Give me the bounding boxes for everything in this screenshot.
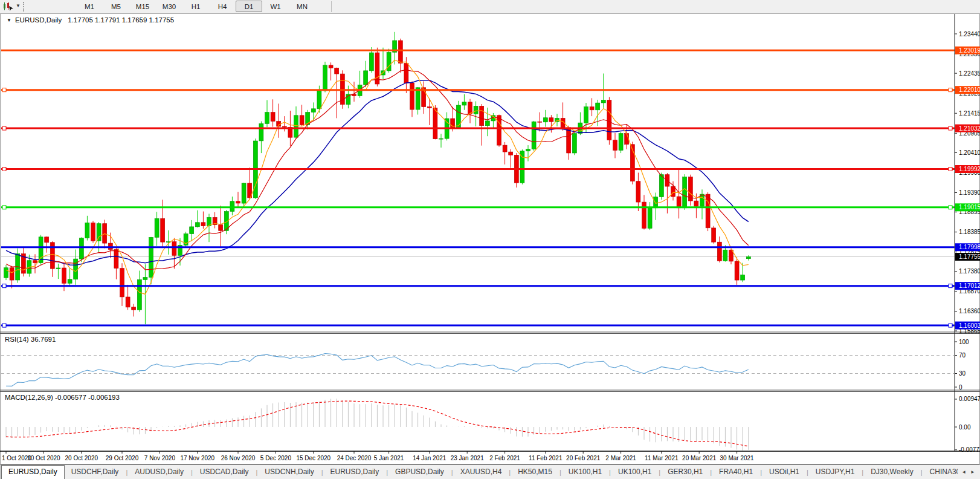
- pane-separators: [0, 332, 980, 451]
- chart-symbol-label: EURUSD,Daily: [15, 16, 62, 24]
- chart-tab-usdchf-daily[interactable]: USDCHF,Daily: [65, 465, 126, 479]
- chart-tab-usoil-h1[interactable]: USOil,H1: [762, 465, 806, 479]
- date-tick-label: 11 Feb 2021: [529, 455, 563, 461]
- price-tick-label: 1.19390: [959, 189, 980, 196]
- date-tick-label: 24 Dec 2020: [337, 455, 372, 461]
- price-tick-label: 1.21415: [959, 110, 980, 117]
- chart-tab-ger30-h1[interactable]: GER30,H1: [661, 465, 709, 479]
- chart-tab-fra40-h1[interactable]: FRA40,H1: [712, 465, 759, 479]
- price-tick-label: 1.22435: [959, 70, 980, 77]
- date-tick-label: 30 Mar 2021: [720, 455, 755, 461]
- price-tick-label: 1.23440: [959, 31, 980, 37]
- top-toolbar: ▼ M1M5M15M30H1H4D1W1MN: [0, 0, 980, 14]
- hline-handle[interactable]: [2, 324, 6, 327]
- macd-indicator-label: MACD(12,26,9) -0.006577 -0.006193: [5, 394, 120, 401]
- hline-handle[interactable]: [2, 168, 6, 171]
- level-price-badge: 1.19015: [959, 204, 980, 210]
- tabbar-grip[interactable]: [0, 465, 1, 479]
- price-tick-label: 1.17380: [959, 268, 980, 275]
- horizontal-level-lines: [1, 50, 955, 327]
- chart-type-dropdown-caret-icon[interactable]: ▼: [16, 3, 21, 8]
- macd-pane: 0.0094780.00-0.007778: [6, 396, 980, 453]
- price-tick-label: 1.16360: [959, 308, 980, 314]
- chart-symbol-title: ▼EURUSD,Daily1.17705 1.17791 1.17659 1.1…: [7, 16, 174, 24]
- level-price-badge: 1.16003: [959, 322, 980, 329]
- hline-handle[interactable]: [949, 324, 952, 327]
- timeframe-button-m1[interactable]: M1: [76, 1, 103, 12]
- date-tick-label: 20 Mar 2021: [682, 455, 717, 461]
- rsi-line: [6, 354, 749, 386]
- price-tick-label: 1.20410: [959, 149, 980, 156]
- price-axis-badges: 1.230191.220101.210321.199921.190151.179…: [955, 47, 980, 330]
- rsi-indicator-label: RSI(14) 36.7691: [5, 336, 56, 343]
- current-price-badge: 1.17755: [959, 253, 980, 260]
- rsi-tick-label: 70: [959, 352, 966, 359]
- timeframe-button-d1[interactable]: D1: [236, 1, 262, 12]
- chart-tab-bar: EURUSD,DailyUSDCHF,Daily|AUDUSD,Daily|US…: [0, 464, 980, 479]
- chart-tab-usdjpy-h1[interactable]: USDJPY,H1: [809, 465, 861, 479]
- hline-handle[interactable]: [2, 284, 6, 288]
- hline-handle[interactable]: [949, 168, 952, 171]
- chart-tab-usdcnh-daily[interactable]: USDCNH,Daily: [258, 465, 320, 479]
- rsi-tick-label: 100: [959, 339, 969, 345]
- rsi-tick-label: 0: [959, 384, 962, 391]
- date-axis[interactable]: 1 Oct 202010 Oct 202020 Oct 202029 Oct 2…: [2, 451, 754, 461]
- hline-handle[interactable]: [949, 284, 952, 288]
- chart-tab-eurusd-daily[interactable]: EURUSD,Daily: [1, 465, 65, 479]
- chart-tab-gbpusd-daily[interactable]: GBPUSD,Daily: [388, 465, 451, 479]
- toolbar-separator: [331, 1, 332, 12]
- level-price-badge: 1.19992: [959, 166, 980, 172]
- candlestick-series: [4, 32, 751, 325]
- timeframe-button-w1[interactable]: W1: [262, 1, 289, 12]
- price-tick-label: 1.18385: [959, 229, 980, 235]
- chart-tab-uk100-h1[interactable]: UK100,H1: [562, 465, 608, 479]
- hline-handle[interactable]: [949, 126, 952, 130]
- date-tick-label: 20 Feb 2021: [566, 455, 601, 461]
- chart-canvas[interactable]: 1.234401.229301.224351.219251.214151.209…: [0, 0, 980, 479]
- chart-tab-audusd-daily[interactable]: AUDUSD,Daily: [128, 465, 190, 479]
- hline-handle[interactable]: [949, 206, 952, 209]
- chart-tab-usdcad-daily[interactable]: USDCAD,Daily: [193, 465, 256, 479]
- hline-handle[interactable]: [2, 206, 6, 209]
- tab-scroll-right-icon[interactable]: ►: [970, 469, 975, 475]
- collapse-arrow-icon[interactable]: ▼: [7, 18, 11, 23]
- date-tick-label: 2 Mar 2021: [605, 455, 636, 461]
- hline-handle[interactable]: [2, 126, 6, 130]
- date-tick-label: 15 Dec 2020: [296, 455, 330, 461]
- level-price-badge: 1.17012: [959, 282, 980, 289]
- hline-handle[interactable]: [2, 88, 6, 92]
- timeframe-button-m30[interactable]: M30: [156, 1, 182, 12]
- ma-20-line: [6, 80, 749, 265]
- macd-tick-label: 0.00: [959, 424, 971, 431]
- date-tick-label: 5 Jan 2021: [374, 455, 404, 461]
- date-tick-label: 5 Dec 2020: [260, 455, 292, 461]
- date-tick-label: 26 Nov 2020: [221, 455, 256, 461]
- date-tick-label: 23 Jan 2021: [451, 455, 484, 461]
- chart-type-icon[interactable]: [2, 2, 15, 11]
- chart-tab-xauusd-h4[interactable]: XAUUSD,H4: [454, 465, 509, 479]
- macd-tick-label: 0.009478: [959, 396, 980, 402]
- chart-window-frame: [1, 14, 979, 464]
- tab-scroll-arrows: ◄ ►: [958, 465, 980, 479]
- macd-tick-label: -0.007778: [959, 446, 980, 453]
- rsi-pane: 10070300: [1, 339, 969, 391]
- date-tick-label: 10 Oct 2020: [27, 455, 60, 461]
- rsi-tick-label: 30: [959, 370, 966, 377]
- toolbar-grip[interactable]: [23, 2, 24, 11]
- level-price-badge: 1.17998: [959, 244, 980, 250]
- timeframe-button-h1[interactable]: H1: [182, 1, 209, 12]
- date-tick-label: 20 Oct 2020: [65, 455, 98, 461]
- chart-tab-uk100-h1[interactable]: UK100,H1: [611, 465, 658, 479]
- timeframe-button-m15[interactable]: M15: [129, 1, 156, 12]
- chart-tab-hk50-m15[interactable]: HK50,M15: [511, 465, 559, 479]
- timeframe-button-mn[interactable]: MN: [289, 1, 315, 12]
- chart-tab-dj30-weekly[interactable]: DJ30,Weekly: [864, 465, 920, 479]
- chart-tab-eurusd-daily[interactable]: EURUSD,Daily: [324, 465, 386, 479]
- timeframe-button-m5[interactable]: M5: [103, 1, 129, 12]
- level-price-badge: 1.22010: [959, 86, 980, 93]
- timeframe-button-h4[interactable]: H4: [209, 1, 236, 12]
- date-tick-label: 29 Oct 2020: [106, 455, 139, 461]
- tab-scroll-left-icon[interactable]: ◄: [961, 469, 966, 475]
- hline-handle[interactable]: [949, 88, 952, 92]
- date-tick-label: 14 Jan 2021: [413, 455, 446, 461]
